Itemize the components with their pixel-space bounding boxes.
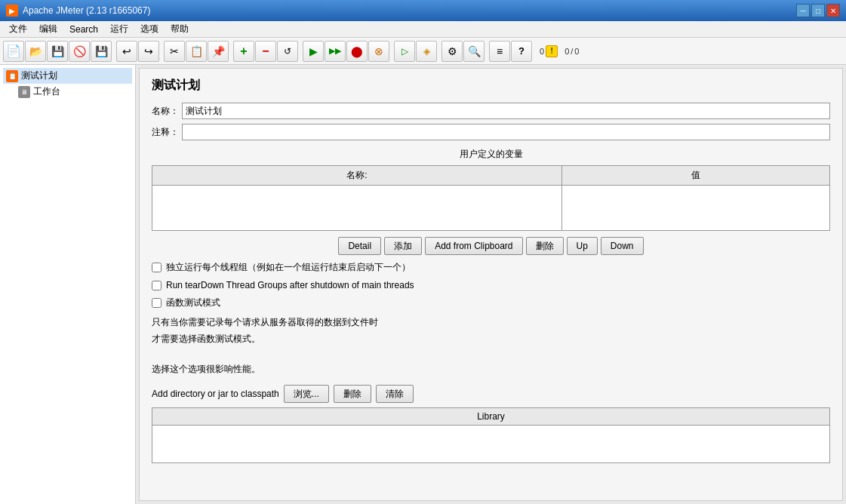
menu-file[interactable]: 文件 <box>3 21 33 37</box>
variables-buttons: Detail 添加 Add from Clipboard 删除 Up Down <box>152 237 830 255</box>
comment-input[interactable] <box>182 124 830 140</box>
remote-run-button[interactable]: ▷ <box>394 41 415 62</box>
var-value-cell <box>561 186 829 231</box>
save2-button[interactable]: 💾 <box>91 41 112 62</box>
description3: 选择这个选项很影响性能。 <box>152 362 830 376</box>
library-cell <box>152 426 830 463</box>
main-layout: 📋 测试计划 🖥 工作台 测试计划 名称： 注释： 用户定义的变量 <box>0 65 846 504</box>
error-count: 0 <box>540 47 544 56</box>
cut-button[interactable]: ✂ <box>164 41 185 62</box>
menu-bar: 文件 编辑 Search 运行 选项 帮助 <box>0 21 846 38</box>
undo-button[interactable]: ↩ <box>116 41 137 62</box>
functional-row: 函数测试模式 <box>152 297 830 309</box>
error-button[interactable]: 🚫 <box>69 41 90 62</box>
delete-classpath-button[interactable]: 删除 <box>334 385 371 403</box>
teardown-label: Run tearDown Thread Groups after shutdow… <box>166 280 414 290</box>
detail-button[interactable]: Detail <box>338 237 381 255</box>
workbench-icon: 🖥 <box>18 86 30 98</box>
name-label: 名称： <box>152 105 182 118</box>
start-no-pause-button[interactable]: ▶▶ <box>325 41 346 62</box>
maximize-button[interactable]: □ <box>811 4 825 17</box>
close-button[interactable]: ✕ <box>826 4 840 17</box>
content-area: 测试计划 名称： 注释： 用户定义的变量 名称: 值 <box>136 65 846 504</box>
variables-table: 名称: 值 <box>152 165 830 231</box>
app-icon: ▶ <box>6 5 18 17</box>
menu-search[interactable]: Search <box>63 23 104 36</box>
sidebar: 📋 测试计划 🖥 工作台 <box>0 65 136 504</box>
window-title: Apache JMeter (2.13 r1665067) <box>23 5 150 16</box>
functional-checkbox[interactable] <box>152 298 162 308</box>
teardown-row: Run tearDown Thread Groups after shutdow… <box>152 280 830 290</box>
minimize-button[interactable]: ─ <box>796 4 810 17</box>
description2: 才需要选择函数测试模式。 <box>152 332 830 346</box>
test-plan-icon: 📋 <box>6 70 18 82</box>
classpath-label: Add directory or jar to classpath <box>152 389 279 399</box>
col-value: 值 <box>561 166 829 186</box>
title-bar: ▶ Apache JMeter (2.13 r1665067) ─ □ ✕ <box>0 0 846 21</box>
independent-row: 独立运行每个线程组（例如在一个组运行结束后启动下一个） <box>152 261 830 274</box>
thread-count2: 0 <box>574 47 579 56</box>
function-helper-button[interactable]: ⚙ <box>441 41 463 62</box>
name-input[interactable] <box>182 103 830 119</box>
comment-row: 注释： <box>152 124 830 140</box>
panel-title: 测试计划 <box>152 78 830 94</box>
save-button[interactable]: 💾 <box>47 41 68 62</box>
error-counter: 0 ! <box>537 45 561 57</box>
thread-count: 0 <box>565 47 569 56</box>
comment-label: 注释： <box>152 126 182 139</box>
table-row <box>152 186 830 231</box>
search-button[interactable]: 🔍 <box>463 41 485 62</box>
sidebar-item-workbench[interactable]: 🖥 工作台 <box>3 84 132 100</box>
title-bar-left: ▶ Apache JMeter (2.13 r1665067) <box>6 5 150 17</box>
library-column-header: Library <box>152 408 830 426</box>
down-button[interactable]: Down <box>601 237 644 255</box>
independent-label: 独立运行每个线程组（例如在一个组运行结束后启动下一个） <box>166 261 411 274</box>
independent-checkbox[interactable] <box>152 263 162 272</box>
sidebar-item-testplan[interactable]: 📋 测试计划 <box>3 68 132 84</box>
toggle-button[interactable]: ↺ <box>277 41 298 62</box>
redo-button[interactable]: ↪ <box>138 41 159 62</box>
add-from-clipboard-button[interactable]: Add from Clipboard <box>425 237 522 255</box>
functional-label: 函数测试模式 <box>166 297 220 309</box>
shutdown-button[interactable]: ⊗ <box>368 41 389 62</box>
variables-section-title: 用户定义的变量 <box>152 148 830 161</box>
add-button[interactable]: + <box>233 41 254 62</box>
delete-variable-button[interactable]: 删除 <box>526 237 564 255</box>
copy-button[interactable]: 📋 <box>186 41 207 62</box>
remote-no-pause-button[interactable]: ◈ <box>416 41 437 62</box>
menu-options[interactable]: 选项 <box>134 21 165 37</box>
help-button[interactable]: ? <box>511 41 532 62</box>
remove-button[interactable]: − <box>255 41 276 62</box>
toolbar: 📄 📂 💾 🚫 💾 ↩ ↪ ✂ 📋 📌 + − ↺ ▶ ▶▶ ⬤ ⊗ ▷ ◈ ⚙… <box>0 38 846 65</box>
up-button[interactable]: Up <box>567 237 598 255</box>
var-name-cell <box>152 186 562 231</box>
sidebar-testplan-label: 测试计划 <box>21 69 57 82</box>
sidebar-workbench-label: 工作台 <box>33 85 60 98</box>
name-row: 名称： <box>152 103 830 119</box>
open-button[interactable]: 📂 <box>25 41 46 62</box>
menu-help[interactable]: 帮助 <box>165 21 195 37</box>
library-row <box>152 426 830 463</box>
menu-edit[interactable]: 编辑 <box>33 21 63 37</box>
window-controls: ─ □ ✕ <box>796 4 840 17</box>
stop-button[interactable]: ⬤ <box>346 41 368 62</box>
menu-run[interactable]: 运行 <box>104 21 134 37</box>
browse-button[interactable]: 浏览... <box>284 385 329 403</box>
run-button[interactable]: ▶ <box>303 41 324 62</box>
content-panel: 测试计划 名称： 注释： 用户定义的变量 名称: 值 <box>139 68 843 501</box>
add-variable-button[interactable]: 添加 <box>384 237 422 255</box>
list-button[interactable]: ≡ <box>489 41 510 62</box>
library-table: Library <box>152 407 830 463</box>
classpath-row: Add directory or jar to classpath 浏览... … <box>152 385 830 403</box>
col-name: 名称: <box>152 166 562 186</box>
clear-classpath-button[interactable]: 清除 <box>376 385 414 403</box>
description1: 只有当你需要记录每个请求从服务器取得的数据到文件时 <box>152 315 830 329</box>
thread-counter: 0 / 0 <box>561 47 582 56</box>
warning-icon: ! <box>546 45 558 57</box>
paste-button[interactable]: 📌 <box>208 41 229 62</box>
teardown-checkbox[interactable] <box>152 281 162 290</box>
new-button[interactable]: 📄 <box>3 41 24 62</box>
